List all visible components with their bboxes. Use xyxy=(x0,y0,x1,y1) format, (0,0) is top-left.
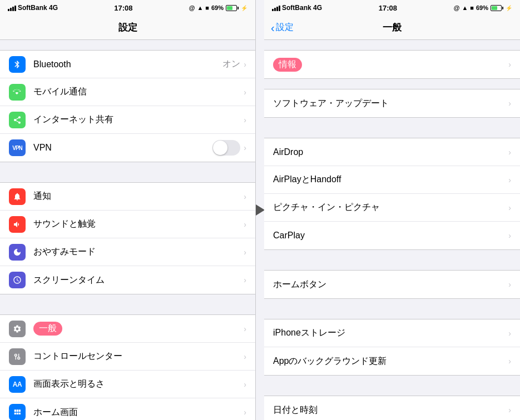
back-chevron-icon: ‹ xyxy=(271,22,275,33)
status-icons-left: @ ▲ ■ 69% ⚡ xyxy=(189,4,247,11)
battery-icon-right xyxy=(491,5,503,11)
left-screen: SoftBank 4G 17:08 @ ▲ ■ 69% ⚡ 設定 xyxy=(0,0,256,420)
battery-tip xyxy=(237,7,239,9)
battery-fill-r xyxy=(492,6,497,10)
vpn-toggle[interactable] xyxy=(212,140,240,156)
battery-icon-left xyxy=(226,5,239,11)
row-bluetooth[interactable]: Bluetooth オン › xyxy=(0,51,255,78)
row-screentime[interactable]: スクリーンタイム › xyxy=(0,266,255,294)
group-storage: iPhoneストレージ › Appのバックグラウンド更新 › xyxy=(264,319,520,376)
row-donotdisturb[interactable]: おやすみモード › xyxy=(0,238,255,266)
row-sounds[interactable]: サウンドと触覚 › xyxy=(0,211,255,238)
chevron-control: › xyxy=(244,352,246,361)
signal-icon-right xyxy=(272,4,280,11)
chevron-datetime: › xyxy=(508,406,511,414)
airdrop-label: AirDrop xyxy=(273,147,508,157)
row-homescreen[interactable]: ホーム画面 › xyxy=(0,398,255,420)
control-center-label: コントロールセンター xyxy=(33,351,244,362)
group-software: ソフトウェア・アップデート › xyxy=(264,89,520,118)
control-center-icon xyxy=(9,348,26,365)
row-datetime[interactable]: 日付と時刻 › xyxy=(264,396,520,420)
svg-point-2 xyxy=(16,354,16,355)
battery-percent-left: 69% xyxy=(211,4,224,11)
row-carplay[interactable]: CarPlay › xyxy=(264,222,520,249)
carrier-right: SoftBank 4G xyxy=(272,4,322,12)
time-left: 17:08 xyxy=(114,4,132,12)
battery-percent-right: 69% xyxy=(476,4,488,11)
display-label: 画面表示と明るさ xyxy=(33,378,244,390)
chevron-airdrop: › xyxy=(508,148,511,157)
battery-body-r xyxy=(491,5,502,11)
settings-list-left: Bluetooth オン › モバイル通信 › xyxy=(0,40,255,420)
gap-r3 xyxy=(264,118,520,138)
gap1 xyxy=(0,40,255,50)
row-airplay[interactable]: AirPlayとHandoff › xyxy=(264,166,520,194)
alarm-icon-r: ■ xyxy=(470,4,474,11)
vpn-icon: VPN xyxy=(9,139,26,156)
notification-icon xyxy=(9,188,26,205)
general-highlighted-label: 一般 xyxy=(33,322,62,336)
row-homebutton[interactable]: ホームボタン › xyxy=(264,271,520,298)
gap-r2 xyxy=(264,79,520,89)
row-software-update[interactable]: ソフトウェア・アップデート › xyxy=(264,89,520,117)
row-info[interactable]: 情報 › xyxy=(264,51,520,78)
carrier-label-right: SoftBank 4G xyxy=(282,4,322,12)
back-button[interactable]: ‹ 設定 xyxy=(271,22,294,33)
homescreen-icon xyxy=(9,404,26,420)
chevron-app-refresh: › xyxy=(508,357,511,366)
nav-header-left: 設定 xyxy=(0,16,255,40)
vpn-label: VPN xyxy=(33,143,212,153)
page-title-left: 設定 xyxy=(118,21,137,34)
chevron-storage: › xyxy=(508,329,511,338)
internet-icon xyxy=(9,112,26,128)
carrier-label: SoftBank 4G xyxy=(18,4,58,12)
location-icon-r: @ xyxy=(454,4,460,11)
battery-fill xyxy=(227,6,232,10)
vpn-icon-r: ▲ xyxy=(462,4,468,11)
row-notifications[interactable]: 通知 › xyxy=(0,183,255,211)
row-airdrop[interactable]: AirDrop › xyxy=(264,138,520,166)
battery-tip-r xyxy=(502,7,503,9)
row-control-center[interactable]: コントロールセンター › xyxy=(0,343,255,371)
row-iphone-storage[interactable]: iPhoneストレージ › xyxy=(264,319,520,347)
iphone-storage-label: iPhoneストレージ xyxy=(273,327,508,339)
status-bar-right: SoftBank 4G 17:08 @ ▲ ■ 69% ⚡ xyxy=(264,0,520,16)
chevron-info: › xyxy=(508,60,511,69)
chevron-notifications: › xyxy=(244,192,246,201)
carplay-label: CarPlay xyxy=(273,231,508,241)
chevron-display: › xyxy=(244,380,246,389)
row-general[interactable]: 一般 › xyxy=(0,315,255,343)
gap3 xyxy=(0,294,255,314)
group-info: 情報 › xyxy=(264,50,520,79)
arrow-divider xyxy=(256,0,264,420)
row-pip[interactable]: ピクチャ・イン・ピクチャ › xyxy=(264,194,520,222)
gap-r4 xyxy=(264,250,520,270)
carrier-left: SoftBank 4G xyxy=(8,4,58,12)
vpn-status-icon: ▲ xyxy=(197,4,203,11)
row-app-refresh[interactable]: Appのバックグラウンド更新 › xyxy=(264,347,520,375)
homescreen-label: ホーム画面 xyxy=(33,407,244,418)
battery-body xyxy=(226,5,237,11)
row-display[interactable]: AA 画面表示と明るさ › xyxy=(0,371,255,398)
software-update-label: ソフトウェア・アップデート xyxy=(273,98,508,109)
mobile-icon xyxy=(9,84,26,101)
chevron-software: › xyxy=(508,99,511,108)
row-mobile[interactable]: モバイル通信 › xyxy=(0,78,255,106)
display-icon: AA xyxy=(9,376,26,393)
sounds-icon xyxy=(9,216,26,233)
general-icon xyxy=(9,321,26,337)
row-internet[interactable]: インターネット共有 › xyxy=(0,106,255,134)
chevron-pip: › xyxy=(508,203,511,212)
notifications-label: 通知 xyxy=(33,191,244,202)
chevron-carplay: › xyxy=(508,231,511,240)
screentime-icon xyxy=(9,272,26,288)
bluetooth-label: Bluetooth xyxy=(33,59,222,69)
chevron-homescreen: › xyxy=(244,408,246,417)
svg-point-3 xyxy=(18,358,19,358)
group-connectivity: Bluetooth オン › モバイル通信 › xyxy=(0,50,255,162)
status-bar-left: SoftBank 4G 17:08 @ ▲ ■ 69% ⚡ xyxy=(0,0,255,16)
charging-icon-r: ⚡ xyxy=(506,5,512,11)
back-label[interactable]: 設定 xyxy=(276,22,294,33)
group-notifications: 通知 › サウンドと触覚 › おやすみモ xyxy=(0,182,255,294)
row-vpn[interactable]: VPN VPN › xyxy=(0,134,255,162)
